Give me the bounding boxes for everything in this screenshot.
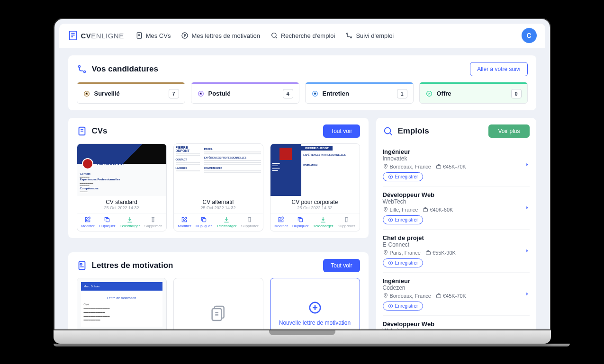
job-item[interactable]: IngénieurInnovatekBordeaux, France€45K-7…: [383, 143, 530, 186]
save-job-button[interactable]: Enregistrer: [383, 215, 424, 224]
avatar[interactable]: C: [522, 28, 537, 43]
top-navigation: CVENLIGNE Mes CVs Mes lettres de motivat…: [59, 24, 545, 48]
stat-label: Offre: [437, 90, 451, 97]
edit-icon: [278, 216, 284, 223]
svg-point-10: [347, 33, 348, 35]
job-company: WebTech: [383, 198, 530, 205]
search-icon: [383, 126, 393, 136]
location-icon: [383, 164, 388, 169]
cv-delete-button[interactable]: Supprimer: [144, 216, 162, 228]
cv-duplicate-button[interactable]: Dupliquer: [99, 216, 115, 228]
cv-edit-button[interactable]: Modifier: [81, 216, 94, 228]
cv-delete-button[interactable]: Supprimer: [241, 216, 259, 228]
svg-point-37: [384, 127, 390, 133]
job-company: Innovatek: [383, 155, 530, 162]
applications-panel: Vos candidatures Aller à votre suivi Sur…: [68, 55, 537, 111]
save-job-button[interactable]: Enregistrer: [383, 172, 424, 181]
cv-card[interactable]: PIERRE DUPONTContact▬▬▬▬▬Expériences Pro…: [77, 143, 167, 231]
plus-circle-icon: [388, 303, 393, 309]
letters-title: Lettres de motivation: [92, 261, 173, 270]
cv-thumbnail: PIERRE DUPONTContact▬▬▬▬▬Expériences Pro…: [77, 144, 166, 196]
cv-duplicate-button[interactable]: Dupliquer: [196, 216, 212, 228]
go-to-tracking-button[interactable]: Aller à votre suivi: [470, 62, 527, 76]
save-job-button[interactable]: Enregistrer: [383, 258, 424, 267]
svg-point-54: [385, 294, 386, 295]
nav-letters[interactable]: Mes lettres de motivation: [181, 32, 260, 39]
stat-count: 7: [169, 89, 179, 98]
stat-count: 1: [397, 89, 407, 98]
brand-logo[interactable]: CVENLIGNE: [68, 29, 124, 42]
cv-date: 25 Oct 2022 14:32: [270, 205, 360, 213]
svg-point-11: [351, 37, 352, 38]
download-icon: [223, 216, 230, 223]
svg-rect-50: [426, 251, 430, 255]
cv-download-button[interactable]: Télécharger: [313, 216, 334, 228]
cv-edit-button[interactable]: Modifier: [274, 216, 288, 228]
job-item[interactable]: Chef de projetE-ConnectParis, France€55K…: [383, 230, 530, 273]
cv-download-button[interactable]: Télécharger: [120, 216, 140, 228]
location-icon: [383, 250, 388, 256]
nav-cvs[interactable]: Mes CVs: [135, 32, 171, 39]
letter-icon: [181, 32, 189, 39]
svg-point-12: [78, 65, 80, 67]
job-item[interactable]: IngénieurCodezenBordeaux, France€45K-70K…: [383, 273, 530, 316]
plus-circle-icon: [388, 174, 393, 179]
briefcase-icon: [423, 207, 428, 213]
nav-search[interactable]: Recherche d'emploi: [270, 32, 335, 39]
duplicate-icon: [104, 216, 110, 223]
svg-rect-27: [79, 261, 85, 269]
job-title: Chef de projet: [383, 234, 530, 241]
search-icon: [270, 32, 278, 39]
edit-icon: [181, 216, 188, 223]
cv-duplicate-button[interactable]: Dupliquer: [292, 216, 308, 228]
chevron-right-icon: [525, 248, 530, 254]
plus-circle-icon: [388, 217, 393, 222]
location-icon: [383, 207, 388, 213]
stat-surveillé[interactable]: Surveillé7: [77, 82, 185, 104]
edit-icon: [84, 216, 91, 223]
cv-delete-button[interactable]: Supprimer: [338, 216, 355, 228]
job-company: Webcité: [383, 328, 530, 329]
duplicate-icon: [200, 216, 207, 223]
job-title: Ingénieur: [383, 148, 530, 155]
cv-thumbnail: PIERREDUPONTCONTACTLANGUESPROFILEXPÉRIEN…: [174, 144, 263, 196]
cv-download-button[interactable]: Télécharger: [216, 216, 237, 228]
cv-card[interactable]: PIERREDUPONTCONTACTLANGUESPROFILEXPÉRIEN…: [173, 143, 263, 231]
applications-title: Vos candidatures: [92, 64, 158, 74]
cv-date: 25 Oct 2022 14:32: [77, 205, 166, 213]
view-all-letters-button[interactable]: Tout voir: [323, 259, 360, 272]
job-item[interactable]: Développeur WebWebcitéLille, France€40K-…: [383, 316, 530, 329]
plus-circle-icon: [308, 301, 322, 315]
stat-postulé[interactable]: Postulé4: [191, 82, 299, 104]
stat-count: 0: [511, 89, 522, 98]
cv-edit-button[interactable]: Modifier: [178, 216, 191, 228]
document-icon: [77, 126, 87, 136]
svg-rect-40: [436, 165, 441, 169]
chevron-right-icon: [525, 204, 530, 211]
svg-point-17: [200, 93, 202, 95]
document-icon: [135, 32, 143, 39]
briefcase-icon: [425, 250, 431, 256]
svg-point-49: [385, 251, 386, 252]
svg-point-28: [80, 263, 82, 265]
new-letter-button[interactable]: Nouvelle lettre de motivation: [270, 278, 360, 329]
chevron-right-icon: [525, 291, 530, 297]
route-icon: [77, 64, 87, 74]
cv-title: CV pour corporate: [270, 196, 360, 205]
briefcase-icon: [436, 164, 442, 169]
job-salary: €45K-70K: [436, 164, 466, 169]
cv-card[interactable]: ▬▬▬▬▬▬▬▬▬▬▬▬▬▬EXPÉRIENCES PROFESSIONNELL…: [270, 143, 360, 231]
jobs-panel: Emplois Voir plus IngénieurInnovatekBord…: [376, 117, 537, 329]
stat-offre[interactable]: Offre0: [419, 82, 528, 104]
stat-entretien[interactable]: Entretien1: [305, 82, 414, 104]
job-item[interactable]: Développeur WebWebTechLille, France€40K-…: [383, 186, 530, 230]
stat-label: Postulé: [208, 90, 231, 97]
letter-placeholder: [173, 278, 263, 329]
cv-title: CV alternatif: [174, 196, 263, 205]
letter-card[interactable]: Marc Dubois Lettre de motivationObjet▬▬▬…: [77, 278, 167, 329]
status-icon: [83, 90, 90, 98]
see-more-jobs-button[interactable]: Voir plus: [488, 124, 529, 138]
save-job-button[interactable]: Enregistrer: [383, 302, 424, 311]
nav-tracking[interactable]: Suivi d'emploi: [345, 32, 394, 39]
view-all-cvs-button[interactable]: Tout voir: [323, 124, 360, 138]
